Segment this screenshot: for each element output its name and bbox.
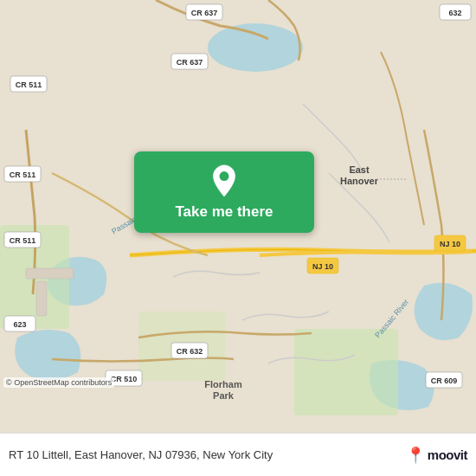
svg-text:CR 632: CR 632 xyxy=(177,347,203,356)
svg-text:623: 623 xyxy=(13,320,26,329)
svg-text:CR 609: CR 609 xyxy=(431,376,458,385)
moovit-logo: 📍 moovit xyxy=(406,446,467,465)
moovit-pin-icon: 📍 xyxy=(406,446,425,465)
location-pin-icon xyxy=(209,164,240,198)
svg-point-38 xyxy=(220,171,229,181)
svg-rect-3 xyxy=(294,329,398,415)
svg-text:NJ 10: NJ 10 xyxy=(440,240,460,248)
svg-text:CR 637: CR 637 xyxy=(177,58,203,67)
svg-rect-36 xyxy=(26,268,74,279)
svg-text:NJ 10: NJ 10 xyxy=(312,262,333,271)
svg-text:CR 511: CR 511 xyxy=(10,170,36,179)
svg-text:Park: Park xyxy=(213,390,235,401)
svg-text:CR 510: CR 510 xyxy=(111,375,138,383)
map-container: CR 511 CR 637 CR 637 632 CR 511 CR 511 E… xyxy=(0,0,476,433)
svg-text:Hanover: Hanover xyxy=(340,176,379,186)
svg-text:Florham: Florham xyxy=(204,379,242,389)
moovit-brand-text: moovit xyxy=(428,447,467,462)
svg-text:East: East xyxy=(349,164,370,175)
footer: RT 10 Littell, East Hanover, NJ 07936, N… xyxy=(0,433,476,476)
svg-text:CR 511: CR 511 xyxy=(16,80,42,89)
svg-point-1 xyxy=(208,23,303,72)
svg-text:CR 637: CR 637 xyxy=(191,9,218,17)
take-me-there-button[interactable]: Take me there xyxy=(134,151,314,233)
svg-text:CR 511: CR 511 xyxy=(10,236,36,245)
button-label: Take me there xyxy=(175,203,273,221)
map-attribution: © OpenStreetMap contributors xyxy=(3,377,114,388)
svg-text:632: 632 xyxy=(448,9,461,17)
svg-rect-37 xyxy=(36,281,47,316)
address-text: RT 10 Littell, East Hanover, NJ 07936, N… xyxy=(9,448,401,461)
